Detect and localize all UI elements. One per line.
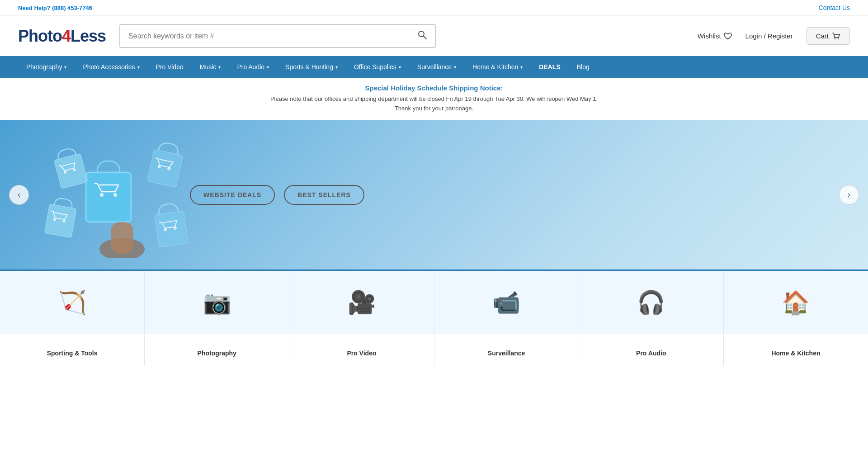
nav-label-pro-audio: Pro Audio (237, 63, 264, 71)
nav-item-home-kitchen[interactable]: Home & Kitchen ▾ (464, 56, 531, 78)
help-text: Need Help? (888) 453-7746 (18, 5, 92, 11)
svg-rect-14 (147, 149, 183, 187)
nav-label-blog: Blog (577, 63, 590, 71)
category-tile-bg-pro-video: 🎥 (289, 271, 434, 334)
category-tile-bg-pro-audio: 🎧 (579, 271, 723, 334)
login-label: Login / Register (745, 32, 793, 40)
svg-rect-8 (54, 153, 88, 189)
svg-rect-17 (155, 211, 188, 247)
notice-body: Please note that our offices and shippin… (9, 95, 859, 113)
contact-link[interactable]: Contact Us (819, 4, 850, 11)
svg-line-1 (424, 36, 426, 39)
search-input[interactable] (120, 27, 410, 46)
left-arrow-icon: ‹ (18, 190, 20, 199)
svg-point-5 (100, 193, 104, 197)
category-tile-bg-sporting-tools: 🏹 (0, 271, 144, 334)
logo-photo: Photo (18, 27, 62, 45)
search-button[interactable] (410, 25, 435, 47)
nav-label-sports-hunting: Sports & Hunting (285, 63, 333, 71)
header-actions: Wishlist Login / Register Cart (698, 27, 850, 45)
chevron-down-icon: ▾ (520, 65, 523, 70)
svg-rect-11 (45, 204, 76, 237)
nav-label-photography: Photography (26, 63, 62, 71)
notice-line2: Thank you for your patronage. (9, 104, 859, 113)
chevron-down-icon: ▾ (218, 65, 221, 70)
login-button[interactable]: Login / Register (745, 32, 793, 40)
hero-next-button[interactable]: › (839, 185, 859, 205)
hero-illustration (27, 132, 199, 258)
category-tile-pro-video[interactable]: 🎥 Pro Video (289, 271, 434, 366)
contact-us-link[interactable]: Contact Us (819, 4, 850, 12)
cart-icon (832, 33, 840, 40)
logo-less: Less (71, 27, 106, 45)
hero-prev-button[interactable]: ‹ (9, 185, 29, 205)
category-tile-pro-audio[interactable]: 🎧 Pro Audio (579, 271, 724, 366)
heart-icon (724, 33, 732, 40)
best-sellers-button[interactable]: BEST SELLERS (284, 185, 364, 205)
website-deals-button[interactable]: WEBSITE DEALS (190, 185, 275, 205)
category-label-surveillance: Surveillance (488, 350, 525, 357)
nav-label-deals: DEALS (539, 63, 560, 71)
category-label-pro-audio: Pro Audio (636, 350, 666, 357)
nav-item-office-supplies[interactable]: Office Supplies ▾ (346, 56, 409, 78)
nav-item-blog[interactable]: Blog (569, 56, 598, 78)
wishlist-button[interactable]: Wishlist (698, 32, 732, 40)
nav-item-surveillance[interactable]: Surveillance ▾ (409, 56, 464, 78)
category-label-photography: Photography (198, 350, 236, 357)
chevron-down-icon: ▾ (399, 65, 401, 70)
holiday-notice: Special Holiday Schedule Shipping Notice… (0, 78, 868, 120)
category-tile-home-kitchen[interactable]: 🏠 Home & Kitchen (724, 271, 868, 366)
nav-item-deals[interactable]: DEALS (531, 56, 568, 78)
hero-banner: WEBSITE DEALS BEST SELLERS ‹ › (0, 120, 868, 269)
nav-label-music: Music (200, 63, 217, 71)
svg-point-2 (835, 38, 835, 39)
logo[interactable]: Photo4Less (18, 27, 106, 46)
chevron-down-icon: ▾ (335, 65, 338, 70)
nav-item-photo-accessories[interactable]: Photo Accessories ▾ (75, 56, 147, 78)
search-icon (418, 30, 427, 39)
phone-number: (888) 453-7746 (52, 5, 92, 11)
category-label-home-kitchen: Home & Kitchen (771, 350, 820, 357)
logo-text: Photo4Less (18, 27, 106, 46)
main-nav: Photography ▾ Photo Accessories ▾ Pro Vi… (0, 56, 868, 78)
top-bar: Need Help? (888) 453-7746 Contact Us (0, 0, 868, 16)
shopping-bags-svg (27, 132, 199, 258)
nav-label-home-kitchen: Home & Kitchen (472, 63, 518, 71)
category-tile-surveillance[interactable]: 📹 Surveillance (434, 271, 579, 366)
notice-title: Special Holiday Schedule Shipping Notice… (9, 84, 859, 92)
chevron-down-icon: ▾ (137, 65, 140, 70)
wishlist-label: Wishlist (698, 32, 721, 40)
nav-label-office-supplies: Office Supplies (354, 63, 396, 71)
category-tile-sporting-tools[interactable]: 🏹 Sporting & Tools (0, 271, 145, 366)
chevron-down-icon: ▾ (64, 65, 66, 70)
cart-button[interactable]: Cart (807, 27, 850, 45)
cart-label: Cart (816, 32, 829, 40)
category-tile-bg-home-kitchen: 🏠 (724, 271, 868, 334)
svg-point-3 (838, 38, 839, 39)
nav-item-photography[interactable]: Photography ▾ (18, 56, 75, 78)
category-tile-bg-surveillance: 📹 (434, 271, 579, 334)
right-arrow-icon: › (848, 190, 850, 199)
hero-cta-buttons: WEBSITE DEALS BEST SELLERS (190, 185, 364, 205)
category-label-pro-video: Pro Video (347, 350, 376, 357)
nav-item-sports-hunting[interactable]: Sports & Hunting ▾ (277, 56, 346, 78)
svg-rect-4 (86, 172, 131, 222)
chevron-down-icon: ▾ (454, 65, 456, 70)
chevron-down-icon: ▾ (267, 65, 269, 70)
nav-item-pro-audio[interactable]: Pro Audio ▾ (229, 56, 277, 78)
help-label: Need Help? (18, 5, 51, 11)
header: Photo4Less Wishlist Login / Register Car… (0, 16, 868, 56)
svg-point-6 (113, 193, 117, 197)
svg-rect-21 (111, 222, 133, 254)
nav-item-pro-video[interactable]: Pro Video (148, 56, 192, 78)
nav-label-pro-video: Pro Video (156, 63, 184, 71)
nav-label-surveillance: Surveillance (417, 63, 452, 71)
category-label-sporting-tools: Sporting & Tools (47, 350, 98, 357)
category-tile-photography[interactable]: 📷 Photography (145, 271, 289, 366)
category-tiles: 🏹 Sporting & Tools 📷 Photography 🎥 Pro V… (0, 269, 868, 366)
svg-point-0 (419, 31, 424, 37)
nav-label-photo-accessories: Photo Accessories (83, 63, 135, 71)
notice-line1: Please note that our offices and shippin… (9, 95, 859, 104)
nav-item-music[interactable]: Music ▾ (192, 56, 229, 78)
category-tile-bg-photography: 📷 (145, 271, 289, 334)
